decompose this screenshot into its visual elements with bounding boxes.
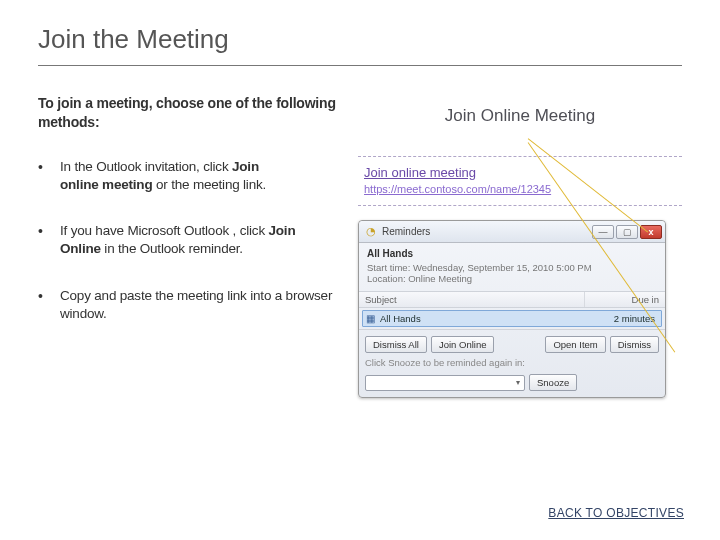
t: in the Outlook reminder. xyxy=(101,241,243,256)
page-title: Join the Meeting xyxy=(38,24,682,65)
methods-list: In the Outlook invitation, click Join on… xyxy=(38,158,338,323)
meeting-url-link[interactable]: https://meet.contoso.com/name/12345 xyxy=(364,183,676,195)
snooze-controls: ▾ Snooze xyxy=(359,374,665,397)
join-online-button[interactable]: Join Online xyxy=(431,336,495,353)
method-1: In the Outlook invitation, click Join on… xyxy=(38,158,338,194)
intro-text: To join a meeting, choose one of the fol… xyxy=(38,94,338,132)
chevron-down-icon: ▾ xyxy=(516,378,520,387)
t: Join xyxy=(232,159,259,174)
reminder-meta: All Hands Start time: Wednesday, Septemb… xyxy=(359,243,665,291)
col-subject: Subject xyxy=(359,292,585,307)
t: or the meeting link. xyxy=(152,177,266,192)
close-button[interactable]: x xyxy=(640,225,662,239)
t: In the Outlook invitation, click xyxy=(60,159,232,174)
list-header: Subject Due in xyxy=(359,291,665,308)
snooze-select[interactable]: ▾ xyxy=(365,375,525,391)
snooze-label: Click Snooze to be reminded again in: xyxy=(365,357,525,368)
reminders-window: ◔ Reminders — ▢ x All Hands Start time: … xyxy=(358,220,666,398)
snooze-button[interactable]: Snooze xyxy=(529,374,577,391)
t: online meeting xyxy=(60,177,152,192)
reminder-subject: All Hands xyxy=(367,248,657,261)
right-heading: Join Online Meeting xyxy=(358,106,682,126)
maximize-button[interactable]: ▢ xyxy=(616,225,638,239)
join-online-meeting-link[interactable]: Join online meeting xyxy=(364,165,476,180)
calendar-icon: ▦ xyxy=(363,311,377,326)
left-column: To join a meeting, choose one of the fol… xyxy=(38,94,338,398)
invite-snippet: Join online meeting https://meet.contoso… xyxy=(358,156,682,206)
dismiss-all-button[interactable]: Dismiss All xyxy=(365,336,427,353)
method-3: Copy and paste the meeting link into a b… xyxy=(38,287,338,323)
back-to-objectives-link[interactable]: BACK TO OBJECTIVES xyxy=(548,506,684,520)
titlebar: ◔ Reminders — ▢ x xyxy=(359,221,665,243)
reminder-row[interactable]: ▦ All Hands 2 minutes xyxy=(362,310,662,327)
col-due: Due in xyxy=(585,292,665,307)
minimize-button[interactable]: — xyxy=(592,225,614,239)
snooze-bar: Click Snooze to be reminded again in: xyxy=(359,357,665,374)
t: If you have Microsoft Outlook , click xyxy=(60,223,268,238)
dismiss-button[interactable]: Dismiss xyxy=(610,336,659,353)
row-subject: All Hands xyxy=(377,311,581,326)
open-item-button[interactable]: Open Item xyxy=(545,336,605,353)
reminder-icon: ◔ xyxy=(365,226,377,238)
button-bar: Dismiss All Join Online Open Item Dismis… xyxy=(359,329,665,357)
reminder-location: Location: Online Meeting xyxy=(367,273,657,285)
title-rule xyxy=(38,65,682,66)
method-2: If you have Microsoft Outlook , click Jo… xyxy=(38,222,338,258)
right-column: Join Online Meeting Join online meeting … xyxy=(358,94,682,398)
window-title: Reminders xyxy=(382,226,430,237)
